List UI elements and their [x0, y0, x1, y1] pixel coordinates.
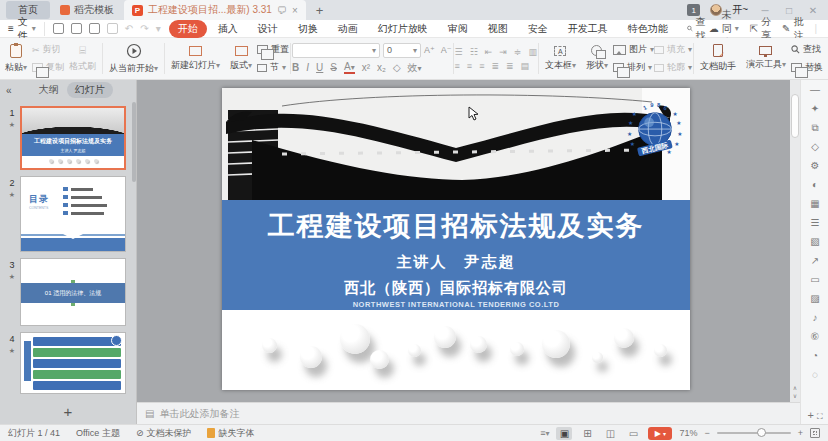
missing-font-warning[interactable]: 缺失字体	[207, 427, 254, 440]
ribbon-tab-1[interactable]: 插入	[209, 20, 247, 38]
comment-bubble-icon[interactable]: 🗩	[277, 5, 287, 16]
textbox-button[interactable]: A 文本框▾	[540, 38, 581, 79]
undo-icon[interactable]: ↶	[125, 23, 133, 34]
slide-4-thumbnail[interactable]	[20, 332, 126, 394]
current-slide[interactable]: 1 98 6 ★★★ ★★ ★★★ ★★ 西北国际 工程建设项目招标法规及实务	[222, 88, 690, 390]
theme-name[interactable]: Office 主题	[76, 427, 120, 440]
reading-view-icon[interactable]: ◫	[602, 427, 618, 440]
protection-status[interactable]: ⊘ 文档未保护	[136, 427, 192, 440]
section-button[interactable]: 节▾	[257, 61, 289, 74]
sliders-icon[interactable]: ☰	[801, 213, 828, 232]
slide-3-thumbnail[interactable]: 01 适用的法律、法规	[20, 258, 126, 326]
redo-icon[interactable]: ↷	[140, 23, 148, 34]
print-icon[interactable]	[71, 23, 82, 34]
ribbon-tab-9[interactable]: 开发工具	[559, 20, 617, 38]
text-direction-icon[interactable]: ▥	[528, 47, 537, 57]
font-color-button[interactable]: A▾	[344, 61, 355, 74]
image-icon[interactable]: ▧	[801, 232, 828, 251]
scrollbar-thumb[interactable]	[791, 94, 799, 138]
zoom-in-icon[interactable]: +	[798, 428, 803, 438]
panel-collapse-icon[interactable]: —	[801, 80, 828, 99]
slide-1-thumbnail[interactable]: 工程建设项目招标法规及实务 主讲人 尹志超	[20, 106, 126, 170]
picture-button[interactable]: 图片▾	[613, 43, 654, 56]
line-spacing-icon[interactable]: ≑	[514, 47, 522, 57]
ribbon-tab-6[interactable]: 审阅	[439, 20, 477, 38]
export-icon[interactable]: ↗	[801, 251, 828, 270]
slide-canvas[interactable]: 1 98 6 ★★★ ★★ ★★★ ★★ 西北国际 工程建设项目招标法规及实务	[137, 80, 790, 402]
font-name-combo[interactable]: ▾	[292, 43, 380, 58]
beautify-icon[interactable]: ✦	[801, 99, 828, 118]
home-tab[interactable]: 首页	[6, 1, 50, 19]
format-painter-button[interactable]: ⌸ 格式刷	[64, 38, 101, 79]
replace-button[interactable]: 替换	[791, 61, 823, 74]
docer-tab[interactable]: 稻壳模板	[50, 0, 124, 20]
file-menu[interactable]: ≡ 文件 ▾	[0, 22, 45, 36]
ribbon-tab-0[interactable]: 开始	[169, 20, 207, 38]
gear-icon[interactable]: ⚙	[801, 156, 828, 175]
frame-icon[interactable]: ▭	[801, 270, 828, 289]
present-tools-button[interactable]: 演示工具▾	[741, 38, 791, 79]
numbering-icon[interactable]: ☷	[470, 47, 478, 57]
more-tools-icon[interactable]: ◌	[801, 365, 828, 384]
ribbon-tab-8[interactable]: 安全	[519, 20, 557, 38]
slideshow-play-button[interactable]: ▶▾	[648, 427, 672, 440]
align-right-icon[interactable]: ≡	[479, 61, 484, 71]
show-settings-icon[interactable]: ▭	[625, 427, 641, 440]
notes-bar[interactable]: ▤ 单击此处添加备注	[137, 402, 800, 424]
strikethrough-button[interactable]: S	[330, 62, 337, 73]
outline-tab[interactable]: 大纲	[39, 83, 59, 97]
columns-icon[interactable]: ▤	[520, 61, 529, 71]
notes-toggle-icon[interactable]: ≡▾	[540, 428, 549, 438]
ribbon-tab-10[interactable]: 特色功能	[619, 20, 677, 38]
fit-slide-icon[interactable]	[810, 428, 820, 438]
title-banner[interactable]: 工程建设项目招标法规及实务 主讲人 尹志超 西北（陕西）国际招标有限公司 NOR…	[222, 200, 690, 310]
next-slide-icon[interactable]: ∨	[790, 392, 800, 400]
tab-close-icon[interactable]: ×	[292, 5, 298, 16]
distribute-icon[interactable]: ≣	[506, 61, 514, 71]
doc-assistant-button[interactable]: 文档助手	[695, 38, 741, 79]
panel-scrollbar[interactable]	[132, 102, 136, 182]
paste-button[interactable]: 粘贴▾	[0, 38, 32, 79]
bold-button[interactable]: B	[292, 62, 299, 73]
shapes-icon[interactable]: ⧉	[801, 118, 828, 137]
indent-decrease-icon[interactable]: ⇤	[485, 47, 493, 57]
ribbon-tab-5[interactable]: 幻灯片放映	[369, 20, 437, 38]
clock-icon[interactable]: ◔	[801, 346, 828, 365]
document-tab[interactable]: P 工程建设项目招...最新) 3.31 🗩 ×	[124, 0, 306, 20]
selection-tool-icon[interactable]: ⛶	[817, 412, 823, 421]
panel-collapse-icon[interactable]: «	[6, 85, 12, 96]
zoom-slider-knob[interactable]	[757, 428, 766, 437]
slide-2-thumbnail[interactable]: 目录 CONTENTS	[20, 176, 126, 252]
number-icon[interactable]: ⑥	[801, 327, 828, 346]
clear-format-icon[interactable]: ◇	[393, 62, 401, 73]
save-icon[interactable]	[53, 23, 64, 34]
normal-view-icon[interactable]: ▣	[556, 427, 572, 440]
color-fill-icon[interactable]: ◐	[801, 175, 828, 194]
font-size-combo[interactable]: 0▾	[383, 43, 421, 58]
add-tool-icon[interactable]: +	[807, 409, 813, 421]
find-button[interactable]: 查找	[791, 43, 823, 56]
canvas-scrollbar[interactable]: ∧ ∨	[790, 80, 800, 402]
add-slide-button[interactable]: +	[0, 403, 136, 420]
zoom-out-icon[interactable]: −	[704, 428, 709, 438]
picture-icon[interactable]: ▨	[801, 289, 828, 308]
audio-icon[interactable]: ♪	[801, 308, 828, 327]
new-slide-button[interactable]: 新建幻灯片▾	[166, 38, 225, 79]
zoom-slider[interactable]	[717, 432, 791, 434]
indent-increase-icon[interactable]: ⇥	[499, 47, 507, 57]
export-pdf-icon[interactable]	[107, 23, 118, 34]
zoom-percent[interactable]: 71%	[679, 428, 697, 438]
arrange-button[interactable]: 排列▾	[613, 61, 654, 74]
print-preview-icon[interactable]	[89, 23, 100, 34]
grid-layout-icon[interactable]: ▦	[801, 194, 828, 213]
layout-button[interactable]: 版式▾	[225, 38, 257, 79]
cut-button[interactable]: ✂ 剪切	[32, 43, 64, 56]
copy-button[interactable]: 复制	[32, 61, 64, 74]
increase-font-icon[interactable]: A⁺	[424, 45, 435, 55]
justify-icon[interactable]: ≣	[491, 61, 499, 71]
superscript-button[interactable]: x²	[362, 62, 370, 73]
previous-slide-icon[interactable]: ∧	[790, 384, 800, 392]
reset-button[interactable]: 重置	[257, 43, 289, 56]
fill-button[interactable]: 填充▾	[654, 43, 692, 56]
quickbar-more-icon[interactable]: ▾	[156, 23, 161, 34]
